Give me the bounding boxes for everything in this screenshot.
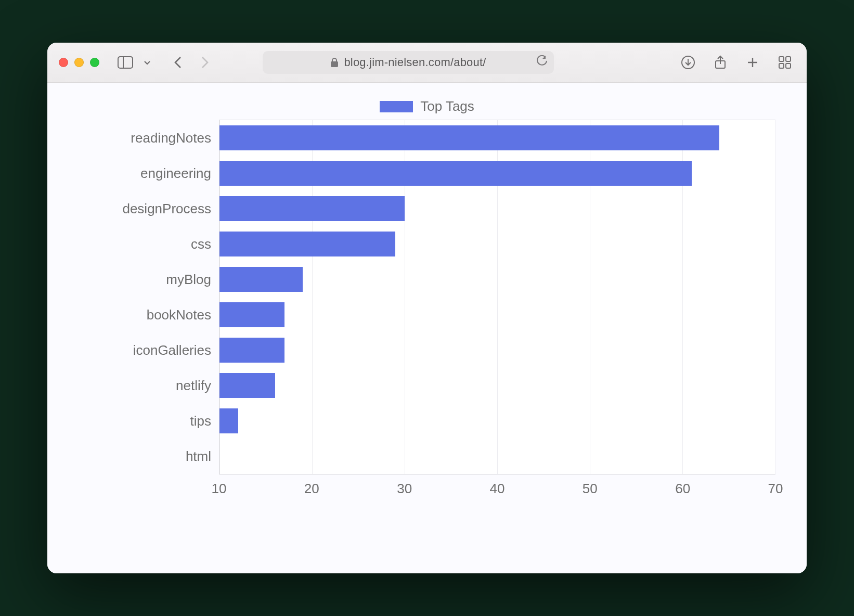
download-icon <box>681 56 695 69</box>
x-tick-label: 40 <box>490 481 505 497</box>
x-tick-label: 60 <box>675 481 690 497</box>
plot-area: readingNotesengineeringdesignProcesscssm… <box>219 120 775 474</box>
x-tick-label: 70 <box>768 481 783 497</box>
reload-icon <box>536 55 548 67</box>
tab-overview-button[interactable] <box>774 51 795 74</box>
legend-swatch <box>380 101 413 112</box>
y-tick-label: myBlog <box>97 272 211 288</box>
page-content: Top Tags readingNotesengineeringdesignPr… <box>47 83 807 573</box>
close-window-button[interactable] <box>59 58 68 67</box>
bar <box>219 161 692 186</box>
bar <box>219 267 303 292</box>
svg-rect-10 <box>786 57 791 61</box>
sidebar-toggle-button[interactable] <box>115 51 136 74</box>
bar <box>219 338 284 363</box>
downloads-button[interactable] <box>678 51 698 74</box>
chart-legend: Top Tags <box>68 98 786 114</box>
chevron-left-icon <box>173 55 184 70</box>
grid-icon <box>778 56 792 69</box>
bar-row: bookNotes <box>219 297 775 332</box>
x-tick-label: 30 <box>397 481 412 497</box>
svg-rect-11 <box>779 63 784 68</box>
y-tick-label: designProcess <box>97 201 211 217</box>
svg-rect-0 <box>118 57 133 68</box>
bar-row: designProcess <box>219 191 775 226</box>
back-button[interactable] <box>168 51 189 74</box>
y-tick-label: netlify <box>97 378 211 394</box>
new-tab-button[interactable] <box>742 51 763 74</box>
y-tick-label: css <box>97 236 211 252</box>
x-tick-label: 10 <box>212 481 227 497</box>
y-tick-label: engineering <box>97 165 211 182</box>
share-button[interactable] <box>710 51 731 74</box>
bar <box>219 408 238 433</box>
fullscreen-window-button[interactable] <box>90 58 99 67</box>
y-tick-label: iconGalleries <box>97 342 211 358</box>
sidebar-dropdown-button[interactable] <box>137 51 158 74</box>
bar-row: netlify <box>219 368 775 403</box>
bar <box>219 302 284 327</box>
svg-rect-12 <box>786 63 791 68</box>
y-tick-label: html <box>97 448 211 465</box>
x-tick-label: 50 <box>583 481 598 497</box>
y-tick-label: bookNotes <box>97 307 211 323</box>
bar <box>219 196 405 221</box>
svg-rect-9 <box>779 57 784 61</box>
chevron-down-icon <box>143 58 151 67</box>
browser-window: blog.jim-nielsen.com/about/ <box>47 43 807 573</box>
bar <box>219 373 275 398</box>
minimize-window-button[interactable] <box>74 58 84 67</box>
toolbar: blog.jim-nielsen.com/about/ <box>47 43 807 83</box>
x-tick-label: 20 <box>304 481 319 497</box>
bar-row: engineering <box>219 156 775 191</box>
bar-row: css <box>219 226 775 262</box>
y-tick-label: readingNotes <box>97 130 211 146</box>
y-tick-label: tips <box>97 413 211 429</box>
top-tags-chart: readingNotesengineeringdesignProcesscssm… <box>99 120 775 500</box>
x-axis: 10203040506070 <box>219 474 775 500</box>
bar <box>219 125 719 150</box>
share-icon <box>714 55 727 70</box>
bar-row: readingNotes <box>219 120 775 156</box>
lock-icon <box>330 57 339 68</box>
bar-row: html <box>219 439 775 474</box>
svg-rect-2 <box>331 61 338 67</box>
address-bar[interactable]: blog.jim-nielsen.com/about/ <box>263 51 554 74</box>
gridline <box>775 120 775 474</box>
bar <box>219 232 395 256</box>
bar-row: myBlog <box>219 262 775 297</box>
bar-row: tips <box>219 403 775 439</box>
window-controls <box>59 58 99 67</box>
plus-icon <box>746 56 759 69</box>
bar-row: iconGalleries <box>219 332 775 368</box>
address-url: blog.jim-nielsen.com/about/ <box>344 56 486 69</box>
legend-label: Top Tags <box>420 98 474 114</box>
forward-button[interactable] <box>194 51 215 74</box>
reload-button[interactable] <box>536 55 548 70</box>
chevron-right-icon <box>199 55 210 70</box>
